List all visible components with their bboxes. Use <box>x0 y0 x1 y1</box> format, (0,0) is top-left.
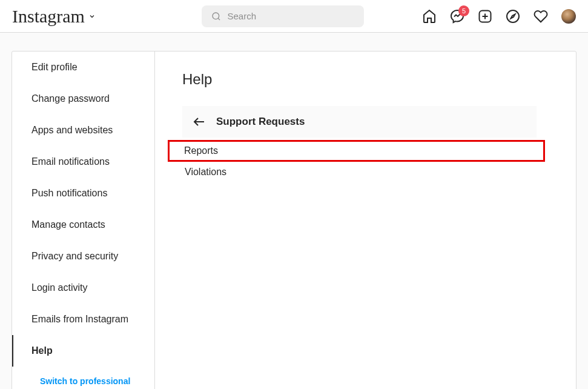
settings-container: Edit profile Change password Apps and we… <box>12 51 576 389</box>
sidebar-item-email-notifications[interactable]: Email notifications <box>12 146 154 178</box>
sidebar-item-login-activity[interactable]: Login activity <box>12 272 154 304</box>
search-box[interactable] <box>202 5 364 27</box>
support-item-violations[interactable]: Violations <box>182 162 537 182</box>
profile-avatar[interactable] <box>561 9 576 24</box>
page-title: Help <box>182 71 537 88</box>
logo-area[interactable]: Instagram <box>12 6 96 27</box>
support-requests-header: Support Requests <box>182 106 537 138</box>
support-item-reports[interactable]: Reports <box>168 140 545 162</box>
new-post-icon[interactable] <box>478 9 492 24</box>
activity-icon[interactable] <box>533 9 548 24</box>
svg-marker-6 <box>511 14 515 18</box>
sidebar-item-help[interactable]: Help <box>12 335 154 367</box>
chevron-down-icon[interactable] <box>88 13 96 20</box>
instagram-logo[interactable]: Instagram <box>12 6 85 27</box>
svg-point-0 <box>213 13 219 19</box>
svg-line-1 <box>219 18 220 20</box>
sidebar-item-push-notifications[interactable]: Push notifications <box>12 178 154 209</box>
sidebar-item-edit-profile[interactable]: Edit profile <box>12 52 154 83</box>
sidebar-item-privacy-security[interactable]: Privacy and security <box>12 241 154 272</box>
search-input[interactable] <box>227 11 354 21</box>
messenger-icon[interactable]: 5 <box>450 9 464 24</box>
switch-professional-link[interactable]: Switch to professional <box>12 367 154 389</box>
header-nav-icons: 5 <box>422 9 576 24</box>
explore-icon[interactable] <box>506 9 520 24</box>
sidebar-item-apps-websites[interactable]: Apps and websites <box>12 115 154 146</box>
messages-badge: 5 <box>458 5 469 16</box>
home-icon[interactable] <box>422 9 437 24</box>
sidebar-item-emails-instagram[interactable]: Emails from Instagram <box>12 304 154 335</box>
settings-sidebar: Edit profile Change password Apps and we… <box>12 52 155 389</box>
search-icon <box>211 12 221 21</box>
sidebar-item-manage-contacts[interactable]: Manage contacts <box>12 209 154 241</box>
top-header: Instagram 5 <box>0 0 588 33</box>
svg-point-5 <box>507 10 519 22</box>
main-content: Help Support Requests Reports Violations <box>155 52 576 389</box>
sidebar-item-change-password[interactable]: Change password <box>12 83 154 115</box>
support-requests-title: Support Requests <box>216 116 305 128</box>
back-arrow-icon[interactable] <box>192 115 206 129</box>
